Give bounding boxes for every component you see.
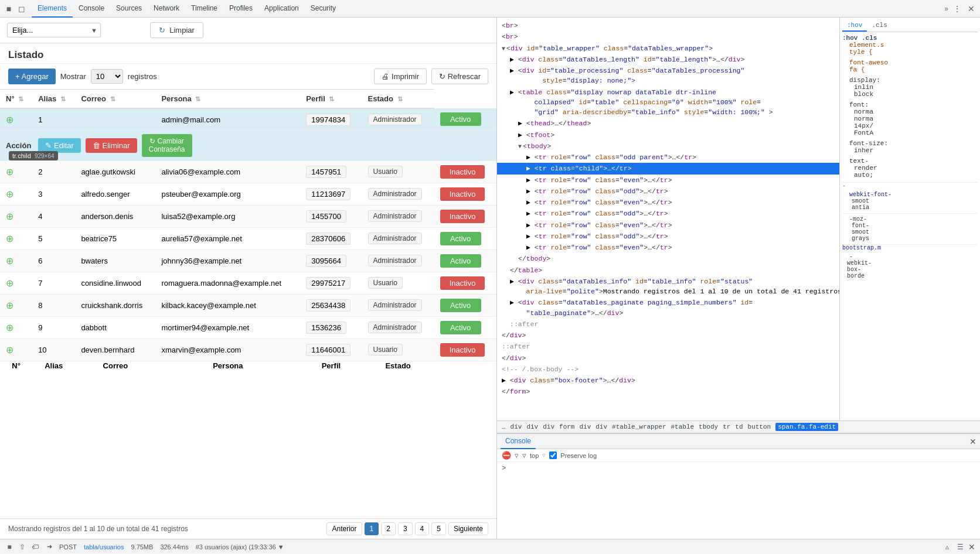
breadcrumb-item[interactable]: div	[526, 423, 538, 430]
inspect-icon[interactable]: ■	[4, 4, 14, 14]
html-tree-line[interactable]: ▶ <tr role="row" class="even">…</tr>	[497, 175, 839, 186]
html-tree-line[interactable]: ▶ <tr role="row" class="odd parent">…</t…	[497, 152, 839, 163]
status-icon-1[interactable]: ■	[5, 542, 14, 552]
html-tree-line[interactable]: </table>	[497, 265, 839, 276]
estado-button[interactable]: Activo	[440, 321, 481, 334]
expand-button[interactable]: ⊕	[6, 322, 13, 333]
table-row[interactable]: ⊕5beatrice75aurelia57@example.net2837060…	[0, 227, 496, 249]
delete-button[interactable]: 🗑 Eliminar	[86, 138, 137, 153]
console-prompt-arrow[interactable]: >	[502, 464, 506, 473]
expand-button[interactable]: ⊕	[6, 300, 13, 311]
print-button[interactable]: 🖨 Imprimir	[374, 69, 427, 84]
breadcrumb-item[interactable]: td	[735, 423, 743, 430]
add-button[interactable]: + Agregar	[8, 69, 56, 84]
close-devtools-icon[interactable]: ✕	[966, 4, 976, 14]
refresh-button[interactable]: ↻ Refrescar	[431, 69, 488, 84]
expand-button[interactable]: ⊕	[6, 166, 13, 177]
expand-button[interactable]: ⊕	[6, 233, 13, 244]
row-estado[interactable]: Activo	[434, 316, 496, 338]
console-context[interactable]: top	[530, 452, 539, 459]
row-estado[interactable]: Inactivo	[434, 205, 496, 227]
console-clear-icon[interactable]: ⛔	[502, 451, 511, 460]
devtools-tab-security[interactable]: Security	[305, 0, 342, 18]
html-tree-line[interactable]: <br>	[497, 20, 839, 31]
html-tree-line[interactable]: ▶ <tr role="row" class="even">…</tr>	[497, 197, 839, 208]
estado-button[interactable]: Activo	[440, 232, 481, 245]
col-header-n[interactable]: N° ⇅	[0, 90, 32, 109]
estado-button[interactable]: Activo	[440, 254, 481, 268]
breadcrumb-item[interactable]: div	[543, 423, 554, 430]
html-tree-line[interactable]: ::after	[497, 319, 839, 330]
status-expand-icon[interactable]: ▵	[942, 542, 952, 552]
html-tree-line[interactable]: ▶ <div id="table_processing" class="data…	[497, 65, 839, 87]
page-button-4[interactable]: 4	[415, 522, 430, 535]
row-estado[interactable]: Activo	[434, 108, 496, 131]
html-tree-line[interactable]: <br>	[497, 31, 839, 42]
console-tab[interactable]: Console	[501, 434, 536, 449]
styles-tab-hov[interactable]: :hov	[842, 20, 867, 32]
html-tree-line[interactable]: ::after	[497, 341, 839, 352]
devtools-tab-console[interactable]: Console	[73, 0, 110, 18]
col-header-estado[interactable]: Estado ⇅	[362, 90, 434, 109]
col-header-correo[interactable]: Correo ⇅	[75, 90, 155, 109]
html-tree-line[interactable]: ▶ <tr role="row" class="odd">…</tr>	[497, 186, 839, 197]
styles-tab-cls[interactable]: .cls	[867, 20, 891, 32]
breadcrumb-item[interactable]: div	[511, 423, 522, 430]
status-icon-3[interactable]: 🏷	[30, 542, 40, 552]
breadcrumb-item[interactable]: #table_wrapper	[612, 423, 666, 430]
table-row[interactable]: ⊕9dabbottmortimer94@example.net1536236Ad…	[0, 316, 496, 338]
html-tree-line[interactable]: </form>	[497, 386, 839, 397]
html-tree-line[interactable]: </div>	[497, 330, 839, 341]
table-row[interactable]: ⊕10deven.bernhardxmarvin@example.com1164…	[0, 338, 496, 361]
console-settings-icon[interactable]: ▿	[522, 451, 526, 460]
expand-button[interactable]: ⊕	[6, 211, 13, 222]
html-tree-line[interactable]: <div id="table_wrapper" class="dataTable…	[497, 43, 839, 54]
status-icon-2[interactable]: ⇧	[18, 542, 27, 552]
devtools-tab-application[interactable]: Application	[258, 0, 305, 18]
html-tree-line[interactable]: ▶ <div class="box-footer">…</div>	[497, 375, 839, 386]
col-header-persona[interactable]: Persona ⇅	[155, 90, 300, 109]
row-estado[interactable]: Inactivo	[434, 183, 496, 205]
breadcrumb-item[interactable]: div	[596, 423, 607, 430]
estado-button[interactable]: Inactivo	[440, 343, 485, 357]
close-console-icon[interactable]: ✕	[969, 437, 976, 446]
preserve-log-checkbox[interactable]	[549, 452, 557, 459]
estado-button[interactable]: Inactivo	[440, 165, 485, 179]
page-button-5[interactable]: 5	[431, 522, 446, 535]
status-close-icon[interactable]: ✕	[968, 542, 975, 552]
table-row[interactable]: ⊕8cruickshank.dorriskilback.kacey@exampl…	[0, 294, 496, 316]
html-tree-line[interactable]: ▶ <div class="dataTables_paginate paging…	[497, 297, 839, 319]
status-menu-icon[interactable]: ☰	[955, 542, 965, 552]
expand-button[interactable]: ⊕	[6, 189, 13, 200]
html-tree-line[interactable]: ▶ <tr role="row" class="even">…</tr>	[497, 242, 839, 253]
breadcrumb-item[interactable]: …	[502, 423, 506, 430]
breadcrumb-item[interactable]: tr	[723, 423, 730, 430]
table-row[interactable]: ⊕2aglae.gutkowskialivia06@example.com145…	[0, 160, 496, 183]
table-row[interactable]: ⊕3alfredo.sengerpsteuber@example.org1121…	[0, 183, 496, 205]
table-row[interactable]: ⊕4anderson.denisluisa52@example.org14557…	[0, 205, 496, 227]
expand-button[interactable]: ⊕	[6, 255, 13, 266]
html-tree-line[interactable]: ▶ <tfoot>	[497, 129, 839, 141]
table-row[interactable]: ⊕7considine.linwoodromaguera.madonna@exa…	[0, 272, 496, 294]
clear-button[interactable]: ↻ Limpiar	[150, 22, 203, 38]
devtools-tab-sources[interactable]: Sources	[110, 0, 148, 18]
row-estado[interactable]: Inactivo	[434, 160, 496, 183]
devtools-tab-network[interactable]: Network	[148, 0, 185, 18]
prev-page-button[interactable]: Anterior	[326, 522, 362, 535]
estado-button[interactable]: Activo	[440, 299, 481, 312]
breadcrumb-item[interactable]: form	[559, 423, 574, 430]
estado-button[interactable]: Inactivo	[440, 276, 485, 290]
page-button-3[interactable]: 3	[398, 522, 413, 535]
settings-icon[interactable]: ⋮	[952, 4, 962, 14]
html-tree-line[interactable]: </tbody>	[497, 253, 839, 264]
more-tabs-icon[interactable]: »	[941, 5, 952, 13]
html-tree-line[interactable]: ▶ <div class="dataTables_length" id="tab…	[497, 54, 839, 65]
row-estado[interactable]: Activo	[434, 294, 496, 316]
html-tree-line[interactable]: ▶ <tr role="row" class="odd">…</tr>	[497, 231, 839, 242]
breadcrumb-item[interactable]: span.fa.fa-edit	[775, 423, 838, 431]
estado-button[interactable]: Inactivo	[440, 210, 485, 223]
breadcrumb-item[interactable]: div	[579, 423, 591, 430]
page-button-2[interactable]: 2	[381, 522, 396, 535]
html-tree-line[interactable]: ▶ <tr role="row" class="even">…</tr>	[497, 220, 839, 231]
row-estado[interactable]: Activo	[434, 227, 496, 249]
